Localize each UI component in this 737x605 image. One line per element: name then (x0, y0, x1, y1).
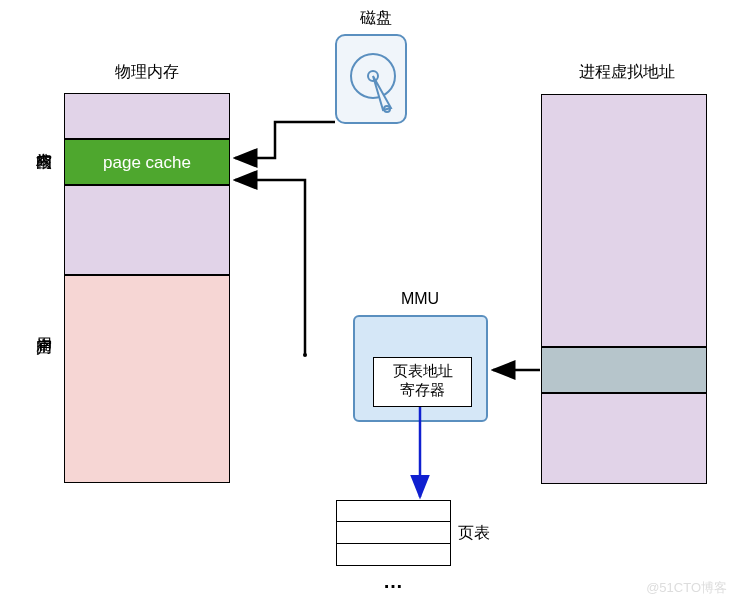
watermark: @51CTO博客 (646, 579, 727, 597)
user-space-block (64, 275, 230, 483)
physical-memory-label: 物理内存 (107, 62, 187, 83)
ellipsis-label: … (383, 570, 403, 593)
virtual-bottom (541, 393, 707, 484)
virtual-highlight (541, 347, 707, 393)
page-table-row-1 (336, 500, 451, 522)
kernel-section-bottom (64, 185, 230, 275)
disk-label: 磁盘 (336, 8, 416, 29)
page-table-stack (336, 500, 451, 566)
page-cache-block: page cache (64, 139, 230, 185)
virtual-address-label: 进程虚拟地址 (567, 62, 687, 83)
virtual-top (541, 94, 707, 347)
disk-icon (335, 34, 407, 124)
page-table-register-box: 页表地址寄存器 (373, 357, 472, 407)
page-table-row-3 (336, 544, 451, 566)
virtual-address-column (541, 94, 707, 484)
kernel-section-top (64, 93, 230, 139)
svg-point-5 (303, 353, 307, 357)
physical-memory-column: page cache (64, 93, 230, 483)
page-table-label: 页表 (458, 523, 490, 544)
mmu-label: MMU (390, 290, 450, 308)
page-table-register-line1: 页表地址寄存器 (393, 362, 453, 398)
page-table-row-2 (336, 522, 451, 544)
mmu-box: 页表地址寄存器 (353, 315, 488, 422)
